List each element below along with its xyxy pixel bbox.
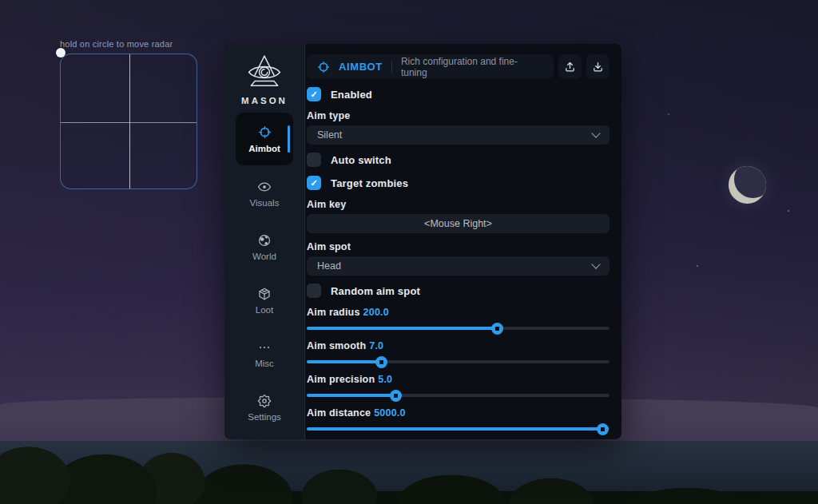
gear-icon [257,394,272,408]
slider-value: 7.0 [369,340,383,351]
sidebar-item-label: Settings [248,412,281,422]
slider-value: 200.0 [363,307,389,318]
dots-icon [257,340,272,355]
globe-icon [257,233,272,248]
header-title-bar: AIMBOT Rich configuration and fine-tunin… [307,54,554,79]
star [697,265,698,267]
crosshair-icon [258,125,272,140]
slider-label: Aim precision [307,374,375,385]
aim-smooth-slider-group: Aim smooth7.0 [307,340,610,367]
slider-label-row: Aim distance5000.0 [307,407,610,419]
aim-distance-slider[interactable] [307,423,610,435]
aim-radius-slider-group: Aim radius200.0 [307,307,610,334]
target-zombies-checkbox[interactable]: ✓ Target zombies [307,176,610,190]
aim-smooth-slider[interactable] [307,356,610,367]
sidebar-item-settings[interactable]: Settings [236,382,293,433]
star [788,210,789,212]
sidebar-item-aimbot[interactable]: Aimbot [236,113,293,165]
export-config-button[interactable] [558,54,582,79]
aim-key-label: Aim key [307,199,610,210]
radar-vertical-line [129,54,130,189]
aim-key-bind-button[interactable]: <Mouse Right> [307,214,610,233]
aim-type-label: Aim type [307,110,610,121]
aim-radius-slider[interactable] [307,323,610,334]
slider-value: 5.0 [378,374,392,385]
page-title: AIMBOT [339,61,383,73]
radar-move-hint: hold on circle to move radar [60,39,173,49]
aim-precision-slider-group: Aim precision5.0 [307,374,610,401]
sidebar-item-label: World [252,252,276,261]
panel-content: AIMBOT Rich configuration and fine-tunin… [305,44,621,439]
sidebar-item-label: Aimbot [248,144,280,153]
slider-thumb[interactable] [597,423,609,435]
aim-spot-label: Aim spot [307,241,610,252]
panel-header: AIMBOT Rich configuration and fine-tunin… [307,54,610,79]
checkbox-box[interactable]: ✓ [307,284,321,298]
check-icon: ✓ [310,90,317,99]
random-aim-spot-checkbox[interactable]: ✓ Random aim spot [307,284,610,298]
aim-type-select[interactable]: Silent [307,125,610,145]
sidebar-nav: AimbotVisualsWorldLootMiscSettings [236,113,293,433]
slider-thumb[interactable] [390,390,402,402]
upload-icon [564,61,576,73]
slider-track [307,360,610,363]
auto-switch-checkbox[interactable]: ✓ Auto switch [307,153,610,167]
radar-drag-handle[interactable] [56,48,66,58]
slider-value: 5000.0 [374,407,405,419]
mason-eye-logo-icon [244,54,284,93]
checkbox-label: Target zombies [331,177,408,189]
slider-label-row: Aim smooth7.0 [307,340,610,351]
crosshair-icon [317,61,330,73]
cheat-menu-panel: MASON AimbotVisualsWorldLootMiscSettings… [224,44,621,439]
aim-distance-slider-group: Aim distance5000.0 [307,407,610,435]
download-icon [592,61,604,73]
checkbox-label: Enabled [331,89,372,101]
slider-fill [307,394,395,397]
sliders-section: Aim radius200.0Aim smooth7.0Aim precisio… [307,307,610,435]
crescent-moon [729,166,766,204]
eye-icon [257,180,272,194]
chevron-down-icon [591,260,600,268]
slider-track [307,394,610,397]
aim-spot-select[interactable]: Head [307,256,610,276]
chevron-down-icon [591,129,600,137]
slider-thumb[interactable] [491,323,503,335]
radar-widget [60,54,197,189]
sidebar: MASON AimbotVisualsWorldLootMiscSettings [224,44,305,439]
slider-track [307,327,610,330]
checkbox-box[interactable]: ✓ [307,176,321,190]
active-indicator [288,125,290,153]
slider-thumb[interactable] [375,356,387,368]
checkbox-label: Random aim spot [331,285,420,297]
checkbox-box[interactable]: ✓ [307,87,321,101]
cube-icon [257,287,272,301]
sidebar-item-label: Loot [256,305,273,315]
slider-fill [307,327,497,330]
slider-label: Aim distance [307,407,371,419]
star [668,113,669,115]
slider-fill [307,360,381,363]
sidebar-item-world[interactable]: World [236,221,293,272]
sidebar-item-label: Visuals [250,198,280,208]
sidebar-item-label: Misc [255,359,274,368]
checkbox-box[interactable]: ✓ [307,153,321,167]
aim-spot-value: Head [317,260,593,272]
enabled-checkbox[interactable]: ✓ Enabled [307,87,610,101]
slider-label: Aim radius [307,307,360,318]
aim-precision-slider[interactable] [307,390,610,401]
header-divider [391,61,392,73]
import-config-button[interactable] [586,54,610,79]
radar-horizontal-line [61,122,197,123]
sidebar-item-visuals[interactable]: Visuals [236,168,293,219]
slider-label: Aim smooth [307,340,366,351]
sidebar-item-loot[interactable]: Loot [236,275,293,326]
slider-fill [307,427,602,431]
slider-label-row: Aim radius200.0 [307,307,610,318]
aim-key-value: <Mouse Right> [424,218,492,229]
aim-type-value: Silent [317,129,593,141]
checkbox-label: Auto switch [331,154,391,166]
sidebar-item-misc[interactable]: Misc [236,328,293,379]
page-subtitle: Rich configuration and fine-tuning [401,56,543,78]
check-icon: ✓ [310,179,317,188]
slider-track [307,427,610,431]
